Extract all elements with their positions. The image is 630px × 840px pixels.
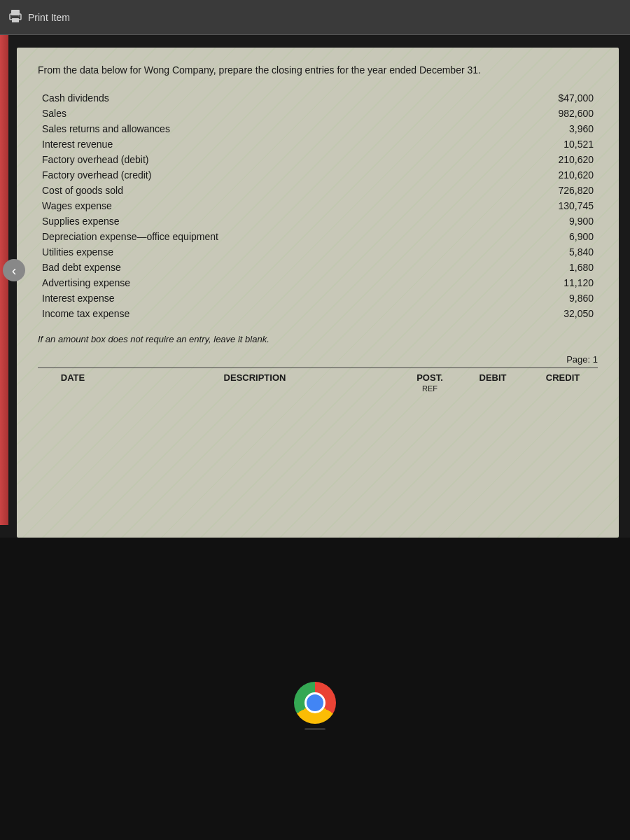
table-row: Sales returns and allowances 3,960 [38,121,598,136]
table-row: Income tax expense 32,050 [38,306,598,321]
item-value: 10,521 [445,136,598,152]
table-row: Wages expense 130,745 [38,198,598,214]
table-row: Advertising expense 11,120 [38,275,598,290]
item-value: 210,620 [445,167,598,183]
item-value: 726,820 [445,183,598,198]
back-arrow-icon: ‹ [12,262,17,279]
table-row: Sales 982,600 [38,106,598,121]
item-label: Cash dividends [38,90,445,106]
table-row: Depreciation expense—office equipment 6,… [38,229,598,244]
page-label: Page: 1 [38,354,598,365]
item-label: Factory overhead (debit) [38,152,445,167]
table-row: Cash dividends $47,000 [38,90,598,106]
item-label: Depreciation expense—office equipment [38,229,445,244]
journal-col-debit: DEBIT [458,372,528,393]
table-row: Supplies expense 9,900 [38,214,598,229]
journal-col-desc: DESCRIPTION [108,372,402,393]
instruction-text: From the data below for Wong Company, pr… [38,63,598,78]
journal-col-date: DATE [38,372,108,393]
table-row: Bad debt expense 1,680 [38,260,598,275]
item-label: Wages expense [38,198,445,214]
item-label: Bad debt expense [38,260,445,275]
table-row: Factory overhead (credit) 210,620 [38,167,598,183]
bottom-dark [0,538,630,840]
item-value: 1,680 [445,260,598,275]
item-value: 5,840 [445,244,598,260]
content-area: From the data below for Wong Company, pr… [17,48,619,538]
svg-rect-2 [12,18,19,22]
item-label: Income tax expense [38,306,445,321]
data-table: Cash dividends $47,000 Sales 982,600 Sal… [38,90,598,321]
item-value: 982,600 [445,106,598,121]
item-value: 6,900 [445,229,598,244]
post-label: POST. [416,372,443,383]
item-value: 11,120 [445,275,598,290]
journal-col-post: POST. REF [402,372,458,393]
journal-col-credit: CREDIT [528,372,598,393]
top-bar: Print Item [0,0,630,35]
item-label: Sales returns and allowances [38,121,445,136]
item-value: 32,050 [445,306,598,321]
post-ref: REF [422,384,438,393]
svg-rect-0 [11,10,20,15]
item-label: Supplies expense [38,214,445,229]
item-value: 9,900 [445,214,598,229]
table-row: Factory overhead (debit) 210,620 [38,152,598,167]
item-value: 3,960 [445,121,598,136]
table-row: Cost of goods sold 726,820 [38,183,598,198]
item-label: Factory overhead (credit) [38,167,445,183]
item-label: Advertising expense [38,275,445,290]
journal-header: DATE DESCRIPTION POST. REF DEBIT CREDIT [38,368,598,393]
item-value: 130,745 [445,198,598,214]
print-icon [8,9,22,26]
item-label: Interest revenue [38,136,445,152]
table-row: Interest revenue 10,521 [38,136,598,152]
back-nav-button[interactable]: ‹ [3,259,25,281]
table-row: Interest expense 9,860 [38,290,598,306]
chrome-icon [294,682,336,724]
item-value: 210,620 [445,152,598,167]
item-value: 9,860 [445,290,598,306]
item-label: Interest expense [38,290,445,306]
item-value: $47,000 [445,90,598,106]
item-label: Cost of goods sold [38,183,445,198]
print-item-label: Print Item [28,12,70,23]
item-label: Utilities expense [38,244,445,260]
note-text: If an amount box does not require an ent… [38,334,598,344]
table-row: Utilities expense 5,840 [38,244,598,260]
svg-rect-3 [18,15,20,17]
item-label: Sales [38,106,445,121]
